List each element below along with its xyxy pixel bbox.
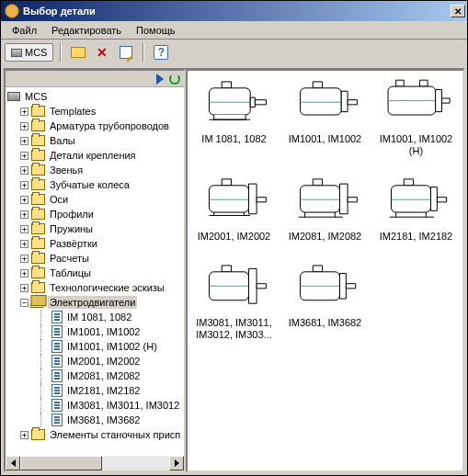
menu-help[interactable]: Помощь — [129, 23, 183, 38]
tree-folder[interactable]: +Арматура трубопроводов — [6, 119, 184, 133]
tree-item[interactable]: IM2001, IM2002 — [6, 354, 184, 368]
tree-folder[interactable]: +Валы — [6, 133, 184, 148]
list-item[interactable]: IM2081, IM2082 — [282, 176, 368, 243]
tree-item[interactable]: IM2081, IM2082 — [6, 368, 184, 383]
svg-rect-0 — [222, 82, 231, 88]
item-caption: IM3681, IM3682 — [289, 317, 362, 329]
toolbar: MCS ✕ ? — [1, 40, 467, 65]
scroll-thumb[interactable] — [20, 456, 102, 470]
expand-icon[interactable]: + — [20, 255, 29, 263]
thumbnail-grid: IM 1081, 1082 IM1001, IM1002 — [191, 78, 459, 341]
svg-rect-38 — [248, 268, 257, 303]
page-icon — [51, 311, 63, 323]
open-button[interactable] — [68, 42, 88, 62]
tree-folder[interactable]: +Детали крепления — [6, 148, 184, 163]
motor-icon — [195, 78, 274, 130]
list-item[interactable]: IM1001, IM1002 — [282, 78, 368, 157]
list-item[interactable]: IM2001, IM2002 — [191, 176, 277, 243]
delete-button[interactable]: ✕ — [92, 42, 112, 62]
svg-rect-11 — [395, 80, 404, 86]
expand-icon[interactable]: + — [20, 152, 29, 160]
tree-root[interactable]: MCS — [6, 89, 184, 104]
list-item[interactable]: IM2181, IM2182 — [373, 176, 459, 243]
triangle-right-icon — [175, 459, 179, 467]
tree-panel: MCS +Templates +Арматура трубопроводов +… — [4, 69, 186, 472]
motor-icon — [377, 78, 456, 130]
tree-item[interactable]: IM 1081, 1082 — [6, 310, 184, 324]
scroll-track[interactable] — [20, 456, 169, 470]
scroll-right-button[interactable] — [169, 456, 184, 470]
svg-rect-32 — [430, 187, 437, 211]
expand-icon[interactable]: + — [20, 196, 29, 204]
expand-icon[interactable]: + — [20, 166, 29, 175]
tree-item[interactable]: IM3681, IM3682 — [6, 413, 184, 427]
folder-icon — [31, 253, 45, 264]
list-item[interactable]: IM1001, IM1002 (H) — [373, 78, 459, 157]
folder-icon — [31, 194, 45, 205]
mcs-button[interactable]: MCS — [5, 43, 53, 62]
toolbar-separator — [143, 43, 144, 62]
tree-folder[interactable]: +Технологические эскизы — [6, 280, 184, 295]
menu-edit[interactable]: Редактировать — [44, 23, 129, 38]
expand-icon[interactable]: + — [20, 269, 29, 278]
svg-rect-27 — [348, 198, 357, 202]
chip-icon — [11, 49, 22, 57]
tree-folder[interactable]: +Развёртки — [6, 236, 184, 251]
svg-rect-18 — [209, 186, 248, 212]
tree-folder[interactable]: +Таблицы — [6, 266, 184, 280]
tree-folder[interactable]: +Расчеты — [6, 251, 184, 266]
scroll-left-button[interactable] — [6, 456, 20, 470]
expand-icon[interactable]: + — [20, 284, 29, 292]
tree-folder[interactable]: +Зубчатые колеса — [6, 177, 184, 192]
help-button[interactable]: ? — [151, 42, 171, 62]
tree-folder[interactable]: +Оси — [6, 192, 184, 207]
list-item[interactable]: IM3081, IM3011, IM3012, IM303... — [191, 262, 277, 341]
folder-icon — [31, 238, 45, 249]
folder-icon — [31, 164, 45, 176]
expand-icon[interactable]: + — [20, 137, 29, 145]
svg-rect-20 — [248, 184, 257, 214]
triangle-left-icon — [11, 459, 16, 467]
close-button[interactable]: ✕ — [451, 5, 465, 17]
svg-rect-16 — [441, 98, 450, 103]
page-icon — [51, 414, 63, 426]
tree-toolbar — [6, 71, 184, 87]
list-item[interactable]: IM 1081, 1082 — [191, 78, 277, 157]
expand-icon[interactable]: + — [20, 210, 29, 219]
folder-icon — [31, 429, 45, 440]
list-item[interactable]: IM3681, IM3682 — [282, 262, 368, 341]
expand-icon[interactable]: + — [20, 181, 29, 189]
tree-item[interactable]: IM1001, IM1002 (H) — [6, 339, 184, 354]
expand-icon[interactable]: + — [20, 225, 29, 233]
tree-item[interactable]: IM1001, IM1002 — [6, 324, 184, 339]
menu-file[interactable]: Файл — [5, 23, 44, 38]
nav-arrow-icon[interactable] — [156, 74, 164, 85]
tree-folder[interactable]: +Элементы станочных присп — [6, 427, 184, 442]
collapse-icon[interactable]: − — [20, 299, 29, 307]
svg-rect-9 — [341, 91, 348, 111]
tree-folder[interactable]: +Пружины — [6, 221, 184, 236]
svg-rect-44 — [346, 283, 355, 288]
tree-folder-selected[interactable]: − Электродвигатели — [6, 295, 184, 310]
chip-icon — [7, 92, 20, 101]
expand-icon[interactable]: + — [20, 108, 29, 116]
expand-icon[interactable]: + — [20, 240, 29, 248]
tree-folder[interactable]: +Звенья — [6, 163, 184, 177]
tree-folder[interactable]: +Профили — [6, 207, 184, 221]
svg-rect-26 — [339, 184, 348, 214]
svg-rect-43 — [339, 273, 346, 299]
edit-button[interactable] — [116, 42, 136, 62]
item-caption: IM 1081, 1082 — [201, 133, 266, 145]
horizontal-scrollbar[interactable] — [6, 456, 184, 470]
svg-rect-12 — [419, 80, 428, 86]
tree-folder[interactable]: +Templates — [6, 104, 184, 119]
item-caption: IM2181, IM2182 — [380, 231, 453, 243]
svg-rect-17 — [222, 179, 231, 186]
expand-icon[interactable]: + — [20, 431, 29, 439]
svg-rect-1 — [209, 88, 250, 115]
tree-item[interactable]: IM2181, IM2182 — [6, 383, 184, 398]
refresh-icon[interactable] — [169, 74, 180, 85]
tree-item[interactable]: IM3081, IM3011, IM3012 — [6, 398, 184, 413]
folder-open-icon — [29, 297, 46, 308]
expand-icon[interactable]: + — [20, 122, 29, 130]
